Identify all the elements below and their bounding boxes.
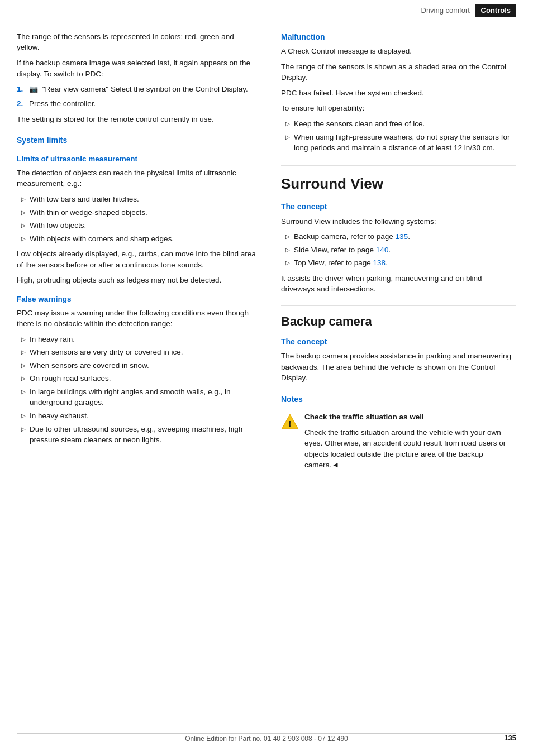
surround-view-text-2: It assists the driver when parking, mane… xyxy=(281,273,516,295)
the-concept-heading: The concept xyxy=(281,201,516,212)
nav-driving-comfort: Driving comfort xyxy=(421,6,470,16)
list-item: ▷With low objects. xyxy=(17,220,256,231)
list-item: ▷In large buildings with right angles an… xyxy=(17,386,256,408)
bullet-triangle: ▷ xyxy=(21,375,26,383)
bullet-triangle: ▷ xyxy=(21,195,26,204)
bullet-triangle: ▷ xyxy=(21,209,26,217)
item-text: In heavy rain. xyxy=(30,334,75,345)
link-138[interactable]: 138 xyxy=(373,259,386,267)
step-1-num: 1. xyxy=(17,84,29,95)
bullet-triangle: ▷ xyxy=(21,348,26,357)
item-text: With thin or wedge-shaped objects. xyxy=(30,207,147,218)
limits-sub-heading: Limits of ultrasonic measurement xyxy=(17,154,256,165)
surround-view-text: Surround View includes the following sys… xyxy=(281,216,516,227)
item-text: When sensors are very dirty or covered i… xyxy=(30,347,183,358)
list-item: ▷ Side View, refer to page 140. xyxy=(281,245,516,256)
intro-text-2: If the backup camera image was selected … xyxy=(17,58,256,79)
bullet-triangle: ▷ xyxy=(285,233,290,241)
limits-list: ▷With tow bars and trailer hitches. ▷Wit… xyxy=(17,194,256,244)
notes-text-1: Check the traffic situation as well xyxy=(304,412,516,423)
item-text: Side View, refer to page 140. xyxy=(294,245,391,256)
step-1: 1. 📷 "Rear view camera" Select the symbo… xyxy=(17,84,256,95)
false-warnings-text: PDC may issue a warning under the follow… xyxy=(17,308,256,329)
right-column: Malfunction A Check Control message is d… xyxy=(266,31,533,475)
item-text: Keep the sensors clean and free of ice. xyxy=(294,118,425,130)
notes-text-block: Check the traffic situation as well Chec… xyxy=(304,412,516,475)
nav-controls: Controls xyxy=(475,4,516,17)
notes-end-mark: ◄ xyxy=(332,461,339,469)
malfunction-text-3: PDC has failed. Have the system checked. xyxy=(281,88,516,99)
page-number: 135 xyxy=(504,733,516,744)
item-text: With objects with corners and sharp edge… xyxy=(30,233,174,245)
backup-camera-text: The backup camera provides assistance in… xyxy=(281,351,516,384)
bullet-triangle: ▷ xyxy=(285,133,290,142)
list-item: ▷When sensors are covered in snow. xyxy=(17,360,256,371)
left-column: The range of the sensors is represented … xyxy=(0,31,266,475)
list-item: ▷When using high-pressure washers, do no… xyxy=(281,132,516,154)
list-item: ▷With objects with corners and sharp edg… xyxy=(17,233,256,245)
bullet-triangle: ▷ xyxy=(285,259,290,267)
list-item: ▷When sensors are very dirty or covered … xyxy=(17,347,256,358)
notes-heading: Notes xyxy=(281,394,516,405)
page-footer: Online Edition for Part no. 01 40 2 903 … xyxy=(0,734,533,744)
step-note: The setting is stored for the remote con… xyxy=(17,114,256,125)
bullet-triangle: ▷ xyxy=(21,425,26,434)
warning-icon: ! xyxy=(281,413,299,434)
step-2: 2. Press the controller. xyxy=(17,98,256,109)
list-item: ▷In heavy rain. xyxy=(17,334,256,345)
step-2-text: Press the controller. xyxy=(29,98,96,109)
camera-icon: 📷 xyxy=(29,84,38,95)
link-135[interactable]: 135 xyxy=(396,232,408,241)
backup-camera-heading: Backup camera xyxy=(281,305,516,331)
item-text: In large buildings with right angles and… xyxy=(30,386,256,408)
malfunction-heading: Malfunction xyxy=(281,31,516,42)
limits-text: The detection of objects can reach the p… xyxy=(17,168,256,189)
list-item: ▷With tow bars and trailer hitches. xyxy=(17,194,256,205)
malfunction-list: ▷Keep the sensors clean and free of ice.… xyxy=(281,118,516,154)
step-1-text: 📷 "Rear view camera" Select the symbol o… xyxy=(29,84,248,95)
steps-list: 1. 📷 "Rear view camera" Select the symbo… xyxy=(17,84,256,109)
notes-text-2: Check the traffic situation around the v… xyxy=(304,427,516,471)
warning-triangle-svg: ! xyxy=(281,413,299,430)
item-text: With low objects. xyxy=(30,220,86,231)
bullet-triangle: ▷ xyxy=(285,246,290,255)
item-text: Backup camera, refer to page 135. xyxy=(294,231,410,242)
the-concept-2-heading: The concept xyxy=(281,336,516,347)
list-item: ▷With thin or wedge-shaped objects. xyxy=(17,207,256,218)
item-text: In heavy exhaust. xyxy=(30,410,89,422)
false-warnings-list: ▷In heavy rain. ▷When sensors are very d… xyxy=(17,334,256,446)
link-140[interactable]: 140 xyxy=(376,246,389,254)
list-item: ▷On rough road surfaces. xyxy=(17,373,256,384)
intro-text-1: The range of the sensors is represented … xyxy=(17,31,256,53)
list-item: ▷Keep the sensors clean and free of ice. xyxy=(281,118,516,130)
bullet-triangle: ▷ xyxy=(21,362,26,370)
list-item: ▷Due to other ultrasound sources, e.g., … xyxy=(17,424,256,446)
bullet-triangle: ▷ xyxy=(285,120,290,128)
item-text: With tow bars and trailer hitches. xyxy=(30,194,139,205)
item-text: When sensors are covered in snow. xyxy=(30,360,149,371)
step-2-num: 2. xyxy=(17,98,29,109)
svg-text:!: ! xyxy=(289,419,292,428)
list-item: ▷ Backup camera, refer to page 135. xyxy=(281,231,516,242)
surround-view-heading: Surround View xyxy=(281,165,516,195)
bullet-triangle: ▷ xyxy=(21,388,26,396)
malfunction-text-1: A Check Control message is displayed. xyxy=(281,46,516,57)
notes-box: ! Check the traffic situation as well Ch… xyxy=(281,412,516,475)
bullet-triangle: ▷ xyxy=(21,235,26,243)
malfunction-text-4: To ensure full operability: xyxy=(281,103,516,114)
bullet-triangle: ▷ xyxy=(21,412,26,420)
item-text: When using high-pressure washers, do not… xyxy=(294,132,516,154)
limits-text-3: High, protruding objects such as ledges … xyxy=(17,275,256,286)
list-item: ▷In heavy exhaust. xyxy=(17,410,256,422)
bullet-triangle: ▷ xyxy=(21,336,26,344)
surround-view-list: ▷ Backup camera, refer to page 135. ▷ Si… xyxy=(281,231,516,269)
item-text: Top View, refer to page 138. xyxy=(294,257,388,269)
header-nav: Driving comfort Controls xyxy=(0,0,533,21)
false-warnings-heading: False warnings xyxy=(17,294,256,305)
system-limits-heading: System limits xyxy=(17,135,256,146)
item-text: Due to other ultrasound sources, e.g., s… xyxy=(30,424,256,446)
bullet-triangle: ▷ xyxy=(21,222,26,230)
limits-text-2: Low objects already displayed, e.g., cur… xyxy=(17,248,256,270)
footer-text: Online Edition for Part no. 01 40 2 903 … xyxy=(185,734,348,744)
list-item: ▷ Top View, refer to page 138. xyxy=(281,257,516,269)
